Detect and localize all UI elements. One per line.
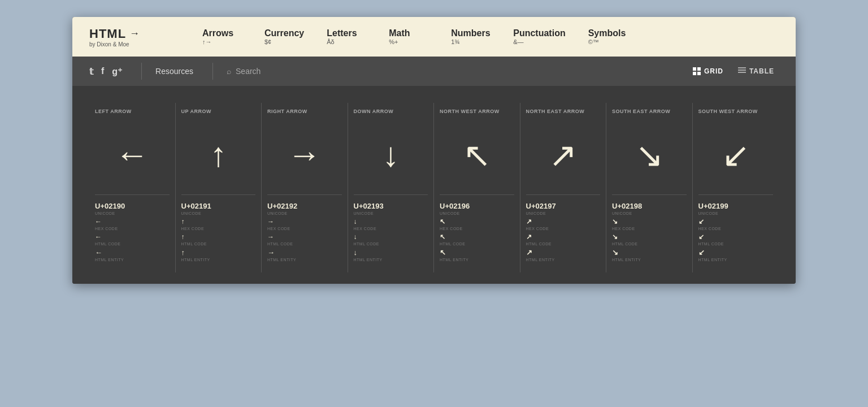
cell-html: ↗ <box>526 233 601 241</box>
nav-item-sub: 1¾ <box>451 38 491 45</box>
cell-divider <box>354 194 428 195</box>
symbol-cell[interactable]: RIGHT ARROW → U+02192 UNICODE → HEX CODE… <box>262 103 348 272</box>
cell-hex: ↙ <box>698 218 774 226</box>
nav-item-sub: ↑→ <box>202 38 242 45</box>
resources-button[interactable]: Resources <box>155 67 193 76</box>
nav-item-label: Punctuation <box>513 28 565 38</box>
symbol-cell[interactable]: UP ARROW ↑ U+02191 UNICODE ↑ HEX CODE ↑ … <box>176 103 262 272</box>
hex-label: HEX CODE <box>181 227 256 231</box>
nav-item-label: Symbols <box>588 28 628 38</box>
entity-label: HTML ENTITY <box>440 258 514 262</box>
hex-label: HEX CODE <box>354 227 428 231</box>
symbol-cell[interactable]: DOWN ARROW ↓ U+02193 UNICODE ↓ HEX CODE … <box>348 103 435 272</box>
symbol-grid: LEFT ARROW ← U+02190 UNICODE ← HEX CODE … <box>89 103 779 272</box>
nav-item-sub: Åδ <box>327 38 366 45</box>
symbol-cell[interactable]: SOUTH WEST ARROW ↙ U+02199 UNICODE ↙ HEX… <box>693 103 779 272</box>
cell-hex: ↓ <box>354 218 428 226</box>
nav-items: Arrows↑→Currency$¢LettersÅδMath%+Numbers… <box>191 23 779 51</box>
social-links: 𝕥 f g⁺ <box>89 66 122 77</box>
cell-entity: ↑ <box>181 248 256 257</box>
cell-html: → <box>267 233 342 241</box>
html-label: HTML CODE <box>612 242 687 246</box>
cell-divider <box>181 194 256 195</box>
nav-item-letters[interactable]: LettersÅδ <box>315 23 377 51</box>
cell-divider <box>612 194 687 195</box>
cell-divider <box>440 194 514 195</box>
cell-symbol: ↖ <box>440 127 514 183</box>
nav-item-sub: ©™ <box>588 38 628 45</box>
table-view-button[interactable]: TABLE <box>734 65 779 77</box>
app-container: HTML → by Dixon & Moe Arrows↑→Currency$¢… <box>72 17 796 284</box>
cell-hex: ↑ <box>181 218 256 226</box>
cell-divider <box>267 194 342 195</box>
cell-hex: ← <box>95 218 170 226</box>
cell-entity: ↖ <box>440 248 514 257</box>
html-label: HTML CODE <box>698 242 774 246</box>
entity-label: HTML ENTITY <box>95 258 170 262</box>
cell-entity: ↗ <box>526 248 601 257</box>
nav-item-numbers[interactable]: Numbers1¾ <box>440 23 502 51</box>
googleplus-icon[interactable]: g⁺ <box>112 66 122 77</box>
toolbar: 𝕥 f g⁺ Resources ⌕ Search GRID TABLE <box>72 57 796 86</box>
cell-html: ← <box>95 233 170 241</box>
unicode-label: UNICODE <box>612 211 687 215</box>
cell-label: NORTH WEST ARROW <box>440 109 514 115</box>
nav-logo[interactable]: HTML → by Dixon & Moe <box>89 27 168 47</box>
cell-unicode: U+02199 <box>698 202 774 210</box>
symbol-cell[interactable]: NORTH EAST ARROW ↗ U+02197 UNICODE ↗ HEX… <box>520 103 607 272</box>
cell-symbol: ↙ <box>698 127 774 183</box>
nav-item-label: Numbers <box>451 28 491 38</box>
cell-hex: ↖ <box>440 218 514 226</box>
search-bar[interactable]: ⌕ Search <box>227 67 679 76</box>
cell-label: SOUTH EAST ARROW <box>612 109 687 115</box>
cell-divider <box>698 194 774 195</box>
nav-item-math[interactable]: Math%+ <box>377 23 440 51</box>
cell-label: RIGHT ARROW <box>267 109 342 115</box>
cell-label: DOWN ARROW <box>354 109 428 115</box>
hex-label: HEX CODE <box>526 227 601 231</box>
nav-item-label: Letters <box>327 28 366 38</box>
entity-label: HTML ENTITY <box>181 258 256 262</box>
hex-label: HEX CODE <box>612 227 687 231</box>
entity-label: HTML ENTITY <box>526 258 601 262</box>
cell-unicode: U+02193 <box>354 202 428 210</box>
unicode-label: UNICODE <box>267 211 342 215</box>
nav-item-symbols[interactable]: Symbols©™ <box>577 23 639 51</box>
twitter-icon[interactable]: 𝕥 <box>89 66 93 77</box>
search-icon: ⌕ <box>227 67 231 76</box>
table-icon <box>738 67 746 75</box>
cell-hex: → <box>267 218 342 226</box>
entity-label: HTML ENTITY <box>267 258 342 262</box>
search-placeholder: Search <box>236 67 261 76</box>
nav-item-currency[interactable]: Currency$¢ <box>253 23 315 51</box>
toolbar-divider <box>141 63 142 80</box>
hex-label: HEX CODE <box>440 227 514 231</box>
cell-unicode: U+02198 <box>612 202 687 210</box>
cell-unicode: U+02196 <box>440 202 514 210</box>
cell-html: ↘ <box>612 233 687 241</box>
symbol-cell[interactable]: NORTH WEST ARROW ↖ U+02196 UNICODE ↖ HEX… <box>434 103 520 272</box>
unicode-label: UNICODE <box>354 211 428 215</box>
cell-hex: ↘ <box>612 218 687 226</box>
cell-label: UP ARROW <box>181 109 256 115</box>
logo-text: HTML <box>89 27 126 41</box>
content: LEFT ARROW ← U+02190 UNICODE ← HEX CODE … <box>72 86 796 284</box>
cell-unicode: U+02192 <box>267 202 342 210</box>
cell-entity: ← <box>95 248 170 257</box>
nav-item-sub: $¢ <box>264 38 304 45</box>
grid-view-button[interactable]: GRID <box>688 65 728 77</box>
cell-symbol: ↗ <box>526 127 601 183</box>
nav-item-label: Currency <box>264 28 304 38</box>
html-label: HTML CODE <box>440 242 514 246</box>
cell-label: NORTH EAST ARROW <box>526 109 601 115</box>
cell-unicode: U+02190 <box>95 202 170 210</box>
logo-subtitle: by Dixon & Moe <box>89 41 168 47</box>
symbol-cell[interactable]: LEFT ARROW ← U+02190 UNICODE ← HEX CODE … <box>89 103 176 272</box>
cell-entity: ↙ <box>698 248 774 257</box>
nav-item-punctuation[interactable]: Punctuation&— <box>502 23 576 51</box>
facebook-icon[interactable]: f <box>101 66 104 77</box>
cell-symbol: ↑ <box>181 127 256 183</box>
logo-arrow: → <box>129 28 140 40</box>
nav-item-arrows[interactable]: Arrows↑→ <box>191 23 253 51</box>
symbol-cell[interactable]: SOUTH EAST ARROW ↘ U+02198 UNICODE ↘ HEX… <box>606 103 693 272</box>
